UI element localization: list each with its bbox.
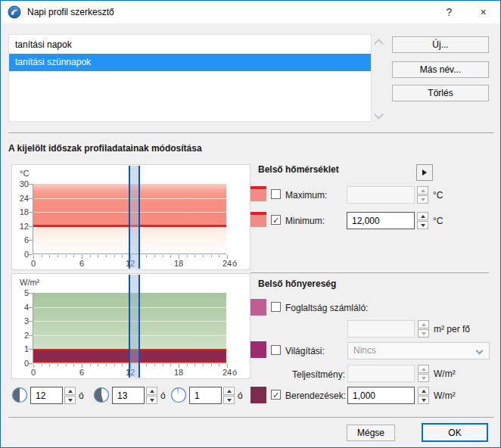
occupancy-unit: m² per fő (434, 324, 470, 334)
start-time-input[interactable] (30, 387, 63, 404)
section-title: A kijelölt időszak profiladatainak módos… (8, 143, 202, 154)
spinner-up-icon[interactable] (223, 387, 235, 395)
rename-button[interactable]: Más név... (392, 61, 489, 78)
max-spinner (417, 186, 428, 204)
temperature-chart-y-axis-label: °C (20, 169, 29, 178)
delete-button[interactable]: Törlés (392, 85, 489, 101)
new-button[interactable]: Új... (392, 36, 489, 53)
titlebar: Napi profil szerkesztő ? × (1, 1, 500, 23)
heatgain-chart-y-axis-label: W/m² (20, 278, 39, 287)
start-time-unit: ó (79, 390, 84, 401)
scroll-down-icon[interactable] (374, 110, 384, 120)
scroll-up-icon[interactable] (374, 39, 384, 48)
power-spinner (418, 365, 429, 382)
min-input[interactable] (347, 212, 415, 229)
profile-list[interactable]: tanítási napoktanítási szünnapok (8, 34, 372, 122)
occupancy-checkbox[interactable] (271, 302, 281, 312)
cancel-button[interactable]: Mégse (347, 425, 395, 441)
lighting-color-swatch (250, 341, 266, 358)
app-icon (8, 5, 21, 19)
flyout-button[interactable] (416, 164, 433, 181)
spinner-up-icon[interactable] (146, 387, 157, 395)
selection-band[interactable] (129, 166, 140, 269)
equipment-unit: W/m² (434, 390, 456, 401)
power-label: Teljesítmény: (292, 369, 345, 380)
duration-time-unit: ó (238, 390, 243, 401)
equipment-input[interactable] (347, 387, 415, 404)
heatgain-header: Belső hőnyereség (258, 278, 336, 289)
spinner-up-icon[interactable] (417, 212, 428, 220)
max-unit: °C (433, 190, 443, 201)
spinner-down-icon[interactable] (223, 396, 235, 404)
heatgain-chart-panel[interactable]: W/m² 01234506121824ó (11, 273, 250, 379)
end-time-spinner[interactable] (146, 387, 157, 404)
power-unit: W/m² (434, 369, 456, 379)
end-time-unit: ó (160, 390, 166, 401)
end-time-input[interactable] (112, 387, 145, 404)
temperature-header: Belső hőmérséklet (258, 164, 339, 175)
equipment-color-swatch (250, 387, 266, 403)
power-input (347, 365, 415, 382)
min-spinner[interactable] (417, 212, 428, 229)
lighting-dropdown-value: Nincs (353, 345, 376, 356)
divider (250, 272, 489, 273)
spinner-up-icon[interactable] (418, 387, 429, 395)
min-unit: °C (433, 216, 443, 226)
min-label: Minimum: (285, 216, 325, 226)
ok-button[interactable]: OK (422, 423, 488, 442)
spinner-up-icon (418, 365, 429, 373)
duration-time-input[interactable] (189, 387, 222, 404)
occupancy-spinner (418, 320, 429, 338)
dialog-napi-profil-szerkeszto: Napi profil szerkesztő ? × tanítási napo… (0, 0, 501, 448)
spinner-down-icon[interactable] (417, 221, 428, 229)
chevron-down-icon (476, 347, 484, 355)
max-label: Maximum: (285, 190, 327, 201)
occupancy-color-swatch (250, 299, 266, 316)
lighting-dropdown: Nincs (347, 342, 490, 359)
occupancy-input (347, 320, 415, 338)
close-button[interactable]: × (466, 1, 500, 23)
max-checkbox[interactable] (271, 189, 281, 199)
spinner-up-icon (417, 186, 428, 194)
end-clock-icon (93, 387, 110, 403)
temperature-chart-panel[interactable]: °C 061218243006121824ó (11, 164, 250, 270)
list-item[interactable]: tanítási szünnapok (9, 54, 371, 71)
divider (8, 132, 494, 133)
min-color-swatch (250, 212, 266, 227)
right-triangle-icon (422, 170, 427, 176)
list-item[interactable]: tanítási napok (9, 36, 371, 54)
spinner-up-icon[interactable] (64, 387, 76, 395)
spinner-down-icon (418, 374, 429, 382)
lighting-label: Világítási: (285, 346, 325, 356)
selection-band[interactable] (129, 275, 140, 378)
spinner-down-icon[interactable] (418, 396, 429, 404)
start-time-spinner[interactable] (64, 387, 76, 404)
max-color-swatch (250, 186, 266, 201)
divider (8, 417, 494, 418)
spinner-down-icon (417, 195, 428, 204)
help-button[interactable]: ? (432, 1, 466, 23)
spinner-down-icon[interactable] (146, 396, 157, 404)
occupancy-label: Foglaltság számláló: (285, 303, 368, 313)
duration-clock-icon (170, 387, 187, 403)
equipment-spinner[interactable] (418, 387, 429, 404)
window-title: Napi profil szerkesztő (27, 7, 432, 17)
max-input (347, 186, 415, 204)
spinner-down-icon (418, 329, 429, 338)
spinner-down-icon[interactable] (64, 396, 76, 404)
min-checkbox[interactable]: ✓ (271, 215, 281, 225)
equipment-checkbox[interactable]: ✓ (271, 390, 281, 400)
lighting-checkbox[interactable] (271, 345, 281, 355)
spinner-up-icon (418, 320, 429, 328)
equipment-label: Berendezések: (285, 390, 346, 401)
duration-time-spinner[interactable] (223, 387, 235, 404)
start-clock-icon (11, 387, 28, 403)
